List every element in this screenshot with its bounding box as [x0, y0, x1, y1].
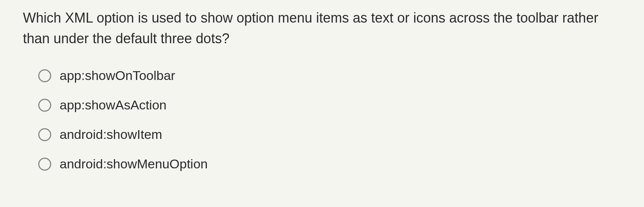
- option-label: app:showOnToolbar: [60, 68, 175, 83]
- question-text: Which XML option is used to show option …: [23, 8, 621, 49]
- option-label: android:showMenuOption: [60, 156, 208, 171]
- option-row[interactable]: android:showItem: [38, 127, 621, 142]
- radio-icon-unchecked[interactable]: [38, 128, 51, 141]
- radio-icon-unchecked[interactable]: [38, 158, 51, 171]
- radio-icon-unchecked[interactable]: [38, 69, 51, 82]
- option-row[interactable]: android:showMenuOption: [38, 156, 621, 171]
- option-label: app:showAsAction: [60, 98, 167, 112]
- option-label: android:showItem: [60, 127, 162, 142]
- option-row[interactable]: app:showOnToolbar: [38, 68, 621, 83]
- radio-icon-unchecked[interactable]: [38, 99, 51, 112]
- option-row[interactable]: app:showAsAction: [38, 98, 621, 112]
- options-list: app:showOnToolbar app:showAsAction andro…: [23, 68, 621, 171]
